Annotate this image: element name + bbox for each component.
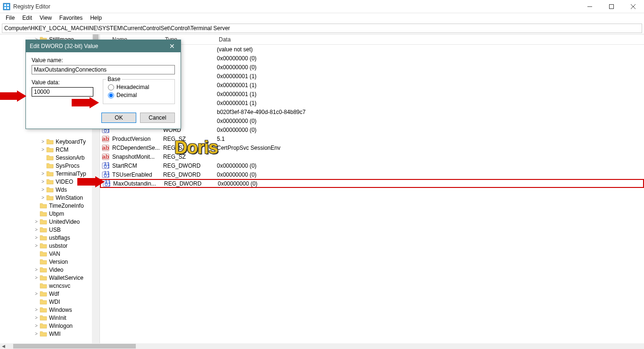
expand-icon[interactable]: >: [33, 331, 40, 336]
list-row[interactable]: abb020f3ef-874e-490d-81c0-84b89c7: [100, 107, 644, 116]
close-button[interactable]: [622, 0, 644, 13]
expand-icon[interactable]: >: [40, 195, 46, 200]
value-name-input[interactable]: [32, 65, 175, 74]
expand-icon[interactable]: >: [40, 179, 46, 184]
value-data-input[interactable]: [32, 87, 93, 97]
expand-icon[interactable]: >: [33, 219, 40, 224]
expand-icon[interactable]: >: [33, 267, 40, 272]
expand-icon[interactable]: >: [40, 187, 46, 192]
menu-edit[interactable]: Edit: [18, 14, 36, 22]
list-row[interactable]: 110011TSUserEnabledREG_DWORD0x00000000 (…: [100, 170, 644, 179]
menu-favorites[interactable]: Favorites: [56, 14, 86, 22]
list-row[interactable]: 110011WORD0x00000000 (0): [100, 54, 644, 63]
tree-item-sessionarb[interactable]: SessionArb: [0, 154, 99, 162]
menu-view[interactable]: View: [36, 14, 56, 22]
tree-item-van[interactable]: VAN: [0, 250, 99, 258]
list-row[interactable]: 110011MaxOutstandin...REG_DWORD0x0000000…: [100, 179, 644, 188]
cell-data: 0x00000001 (1): [215, 82, 644, 89]
tree-label: VIDEO: [56, 179, 73, 185]
expand-icon[interactable]: >: [33, 235, 40, 240]
svg-text:ab: ab: [102, 154, 109, 160]
tree-item-timezoneinfo[interactable]: TimeZoneInfo: [0, 202, 99, 210]
tree-item-usbstor[interactable]: >usbstor: [0, 242, 99, 250]
radio-decimal-label: Decimal: [116, 92, 137, 98]
expand-icon[interactable]: >: [40, 171, 46, 176]
tree-item-winlogon[interactable]: >Winlogon: [0, 322, 99, 330]
tree-label: RCM: [56, 146, 68, 153]
expand-icon[interactable]: >: [33, 315, 40, 320]
value-name-label: Value name:: [32, 57, 175, 64]
list-row[interactable]: 110011WORD0x00000000 (0): [100, 63, 644, 72]
dialog-close-button[interactable]: ✕: [167, 42, 177, 50]
expand-icon[interactable]: >: [33, 243, 40, 248]
tree-item-wdf[interactable]: >Wdf: [0, 290, 99, 298]
expand-icon[interactable]: >: [33, 227, 40, 232]
cell-data: (value not set): [215, 46, 644, 53]
radio-decimal[interactable]: Decimal: [108, 92, 170, 98]
list-row[interactable]: 110011WORD0x00000000 (0): [100, 116, 644, 125]
list-row[interactable]: 110011WORD0x00000001 (1): [100, 98, 644, 107]
menu-file[interactable]: File: [2, 14, 18, 22]
cancel-button[interactable]: Cancel: [140, 113, 175, 123]
tree-item-usb[interactable]: >USB: [0, 226, 99, 234]
tree-item-video[interactable]: >Video: [0, 266, 99, 274]
cell-data: 0x00000000 (0): [215, 118, 644, 124]
minimize-button[interactable]: [579, 0, 601, 13]
radio-decimal-input[interactable]: [108, 92, 114, 98]
tree-item-windows[interactable]: >Windows: [0, 306, 99, 314]
tree-label: WinInit: [49, 315, 66, 321]
menu-help[interactable]: Help: [86, 14, 106, 22]
dialog-titlebar[interactable]: Edit DWORD (32-bit) Value ✕: [26, 40, 181, 52]
list-row[interactable]: 110011WORD0x00000001 (1): [100, 72, 644, 81]
ok-button[interactable]: OK: [101, 113, 136, 123]
expand-icon[interactable]: >: [33, 291, 40, 296]
list-row[interactable]: 110011WORD0x00000001 (1): [100, 81, 644, 89]
expand-icon[interactable]: >: [33, 323, 40, 328]
col-data[interactable]: Data: [215, 36, 644, 43]
cell-data: b020f3ef-874e-490d-81c0-84b89c7: [215, 109, 644, 115]
list-row[interactable]: 110011StartRCMREG_DWORD0x00000000 (0): [100, 161, 644, 170]
list-row[interactable]: abProductVersionREG_SZ5.1: [100, 134, 644, 143]
tree-label: TimeZoneInfo: [49, 203, 84, 209]
expand-icon[interactable]: >: [40, 147, 46, 152]
tree-label: Video: [49, 267, 63, 273]
tree-item-walletservice[interactable]: >WalletService: [0, 274, 99, 282]
list-row[interactable]: 110011WORD0x00000001 (1): [100, 89, 644, 98]
cell-data: CertPropSvc SessionEnv: [215, 145, 644, 151]
expand-icon[interactable]: >: [33, 275, 40, 280]
list-pane[interactable]: Name Type Data ab(value not set)110011WO…: [100, 34, 644, 343]
hscroll-thumb[interactable]: [13, 344, 136, 349]
list-row[interactable]: 110011WORD0x00000000 (0): [100, 125, 644, 134]
address-text: Computer\HKEY_LOCAL_MACHINE\SYSTEM\Curre…: [4, 25, 230, 32]
list-row[interactable]: ab(value not set): [100, 45, 644, 54]
maximize-button[interactable]: [601, 0, 622, 13]
tree-item-wmi[interactable]: >WMI: [0, 330, 99, 338]
tree-item-wdi[interactable]: WDI: [0, 298, 99, 306]
horizontal-scrollbar[interactable]: ◀: [0, 343, 644, 349]
radio-hex-label: Hexadecimal: [116, 84, 149, 90]
tree-item-rcm[interactable]: >RCM: [0, 146, 99, 154]
tree-item-usbflags[interactable]: >usbflags: [0, 234, 99, 242]
cell-type: REG_SZ: [161, 154, 215, 160]
tree-label: Windows: [49, 307, 72, 313]
address-bar[interactable]: Computer\HKEY_LOCAL_MACHINE\SYSTEM\Curre…: [2, 24, 642, 33]
radio-hex[interactable]: Hexadecimal: [108, 84, 170, 90]
scroll-left-icon[interactable]: ◀: [0, 344, 7, 349]
regedit-icon: [3, 3, 10, 10]
tree-label: usbstor: [49, 243, 67, 249]
tree-item-winstation[interactable]: >WinStation: [0, 194, 99, 202]
tree-item-wininit[interactable]: >WinInit: [0, 314, 99, 322]
radio-hex-input[interactable]: [108, 84, 114, 90]
tree-item-keyboardty[interactable]: >KeyboardTy: [0, 138, 99, 146]
expand-icon[interactable]: >: [40, 139, 46, 144]
tree-item-version[interactable]: Version: [0, 258, 99, 266]
expand-icon[interactable]: >: [33, 307, 40, 312]
tree-item-ubpm[interactable]: Ubpm: [0, 210, 99, 218]
tree-item-sysprocs[interactable]: SysProcs: [0, 162, 99, 170]
tree-label: Ubpm: [49, 211, 64, 217]
tree-item-unitedvideo[interactable]: >UnitedVideo: [0, 218, 99, 226]
tree-item-wcncsvc[interactable]: wcncsvc: [0, 282, 99, 290]
tree-label: Version: [49, 259, 68, 265]
list-row[interactable]: abRCDependentSe...REG_SZCertPropSvc Sess…: [100, 143, 644, 152]
list-row[interactable]: abSnapshotMonit...REG_SZ: [100, 152, 644, 161]
